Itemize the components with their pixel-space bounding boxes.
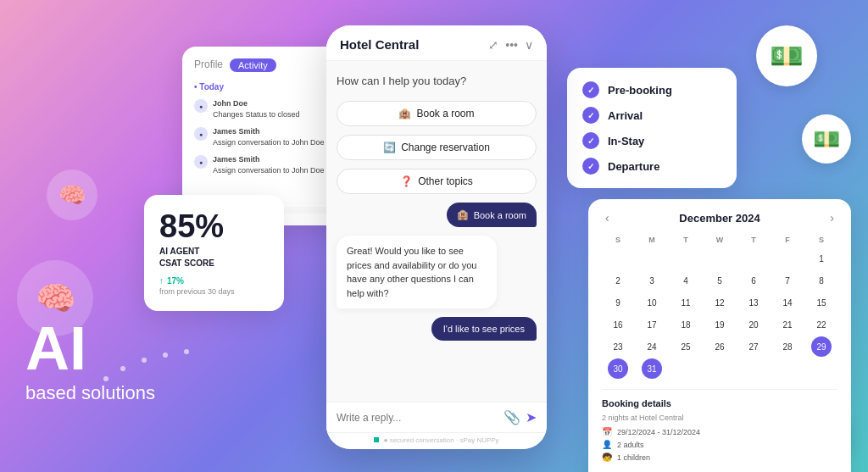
activity-icon-3: ● xyxy=(194,155,208,169)
calendar-month: December 2024 xyxy=(679,212,760,225)
change-reservation-button[interactable]: 🔄Change reservation xyxy=(337,135,537,160)
chat-footer-bar: ● secured conversation · sPay NUPPy xyxy=(326,432,547,449)
cal-prev-button[interactable]: ‹ xyxy=(602,211,613,225)
send-icon[interactable]: ➤ xyxy=(526,409,537,425)
other-topics-label: Other topics xyxy=(418,175,473,187)
chat-input[interactable] xyxy=(337,412,497,424)
cal-day-11[interactable]: 11 xyxy=(676,292,696,313)
chat-body: How can I help you today? 🏨Book a room 🔄… xyxy=(326,61,547,402)
book-room-button[interactable]: 🏨Book a room xyxy=(337,101,537,126)
activity-icon-2: ● xyxy=(194,127,208,141)
cal-day-12[interactable]: 12 xyxy=(709,292,730,313)
prebooking-label-2: Arrival xyxy=(608,109,643,122)
expand-icon[interactable]: ⤢ xyxy=(488,38,498,52)
cal-day-1[interactable]: 1 xyxy=(811,248,832,269)
tab-profile[interactable]: Profile xyxy=(194,58,223,72)
cal-day-23[interactable]: 23 xyxy=(608,336,628,357)
prebooking-item-3: ✓ In-Stay xyxy=(582,132,721,149)
booking-adults-row: 👤 2 adults xyxy=(602,440,837,449)
cal-day-19[interactable]: 19 xyxy=(709,314,730,335)
footer-text: ● secured conversation · sPay NUPPy xyxy=(384,436,499,444)
activity-icon-1: ● xyxy=(194,99,208,113)
csat-card: 85% AI AGENT CSAT SCORE ↑17% from previo… xyxy=(144,195,284,311)
cal-day-18[interactable]: 18 xyxy=(676,314,696,335)
cal-day-27[interactable]: 27 xyxy=(743,336,764,357)
booking-dates-row: 📅 29/12/2024 - 31/12/2024 xyxy=(602,427,837,436)
calendar-header: ‹ December 2024 › xyxy=(602,211,837,225)
tab-activity[interactable]: Activity xyxy=(230,58,276,72)
chat-header-icons: ⤢ ••• ∨ xyxy=(488,38,533,52)
cal-day-empty xyxy=(777,248,798,269)
chevron-down-icon[interactable]: ∨ xyxy=(525,38,533,52)
chat-header: Hotel Central ⤢ ••• ∨ xyxy=(326,25,547,61)
more-icon[interactable]: ••• xyxy=(505,38,518,52)
cal-day-24[interactable]: 24 xyxy=(642,336,662,357)
svg-point-2 xyxy=(142,358,147,363)
cal-day-4[interactable]: 4 xyxy=(676,270,696,291)
cal-day-14[interactable]: 14 xyxy=(777,292,798,313)
cal-day-28[interactable]: 28 xyxy=(777,336,798,357)
cal-day-15[interactable]: 15 xyxy=(811,292,832,313)
calendar-card: ‹ December 2024 › S M T W T F S 1 2 3 4 … xyxy=(588,199,851,472)
today-label: • Today xyxy=(194,82,348,92)
cal-day-21[interactable]: 21 xyxy=(777,314,798,335)
cal-header-fri: F xyxy=(771,233,804,247)
dot-trail xyxy=(97,336,199,387)
money-circle-2: 💵 xyxy=(802,114,851,164)
activity-item-2: ● James SmithAssign conversation to John… xyxy=(194,126,348,147)
cal-day-empty xyxy=(676,248,696,269)
chat-welcome: How can I help you today? xyxy=(337,75,537,87)
cal-day-5[interactable]: 5 xyxy=(709,270,730,291)
attachment-icon[interactable]: 📎 xyxy=(504,409,520,425)
cal-day-2[interactable]: 2 xyxy=(608,270,628,291)
cal-day-6[interactable]: 6 xyxy=(743,270,764,291)
cal-day-8[interactable]: 8 xyxy=(811,270,832,291)
cal-header-wed: W xyxy=(704,233,736,247)
cal-day-29[interactable]: 29 xyxy=(811,336,832,357)
activity-text-3: James SmithAssign conversation to John D… xyxy=(213,154,331,175)
other-topics-button[interactable]: ❓Other topics xyxy=(337,169,537,194)
cal-day-20[interactable]: 20 xyxy=(743,314,764,335)
cal-day-17[interactable]: 17 xyxy=(642,314,662,335)
activity-text-2: James SmithAssign conversation to John D… xyxy=(213,126,331,147)
cal-day-10[interactable]: 10 xyxy=(642,292,662,313)
change-reservation-label: Change reservation xyxy=(401,142,490,153)
online-dot xyxy=(374,437,379,442)
cal-day-empty xyxy=(777,358,798,379)
cal-day-empty xyxy=(743,248,764,269)
cal-day-26[interactable]: 26 xyxy=(709,336,730,357)
user-bubble-1-text: Book a room xyxy=(474,210,526,220)
activity-tabs: Profile Activity xyxy=(194,58,348,72)
cal-day-16[interactable]: 16 xyxy=(608,314,628,335)
cal-day-9[interactable]: 9 xyxy=(608,292,628,313)
cal-day-22[interactable]: 22 xyxy=(811,314,832,335)
chat-input-area: 📎 ➤ xyxy=(326,402,547,432)
activity-item-1: ● John DoeChanges Status to closed 11:00 xyxy=(194,98,348,119)
check-icon-3: ✓ xyxy=(582,132,599,149)
check-icon-4: ✓ xyxy=(582,158,599,175)
cal-day-30[interactable]: 30 xyxy=(608,358,628,379)
cal-next-button[interactable]: › xyxy=(826,211,837,225)
prebooking-item-4: ✓ Departure xyxy=(582,158,721,175)
prebooking-label-4: Departure xyxy=(608,160,659,173)
csat-change: ↑17% xyxy=(159,276,269,286)
booking-title: Booking details xyxy=(602,398,837,408)
chat-phone: Hotel Central ⤢ ••• ∨ How can I help you… xyxy=(326,25,547,449)
hotel-name: Hotel Central xyxy=(340,37,419,52)
cal-day-25[interactable]: 25 xyxy=(676,336,696,357)
chat-bubble-user-2: I'd like to see prices xyxy=(431,317,537,341)
booking-adults: 2 adults xyxy=(617,441,644,449)
cal-day-3[interactable]: 3 xyxy=(642,270,662,291)
cal-day-31[interactable]: 31 xyxy=(642,358,662,379)
cal-header-sun: S xyxy=(602,233,634,247)
calendar-icon: 📅 xyxy=(602,427,612,436)
cal-day-empty xyxy=(608,248,628,269)
prebooking-label-3: In-Stay xyxy=(608,135,644,147)
csat-percent: 85% xyxy=(159,210,269,242)
check-icon-2: ✓ xyxy=(582,107,599,124)
svg-point-4 xyxy=(184,349,189,354)
svg-point-1 xyxy=(120,366,125,371)
cal-day-13[interactable]: 13 xyxy=(743,292,764,313)
booking-dates: 29/12/2024 - 31/12/2024 xyxy=(617,428,700,436)
cal-day-7[interactable]: 7 xyxy=(777,270,798,291)
